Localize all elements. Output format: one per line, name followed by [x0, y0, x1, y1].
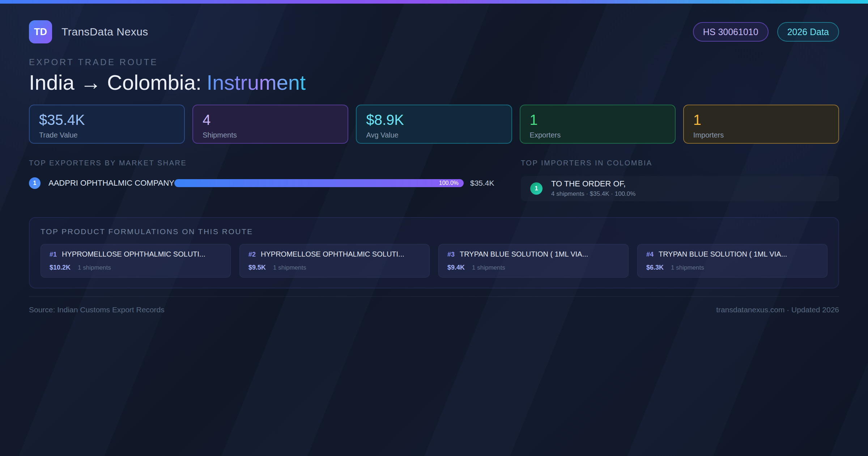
- importer-detail: 4 shipments · $35.4K · 100.0%: [551, 190, 635, 198]
- product-card[interactable]: #4 TRYPAN BLUE SOLUTION ( 1ML VIA... $6.…: [637, 244, 827, 278]
- importers-heading: TOP IMPORTERS IN COLOMBIA: [521, 159, 839, 167]
- product-card[interactable]: #2 HYPROMELLOSE OPHTHALMIC SOLUTI... $9.…: [239, 244, 430, 278]
- product-shipments: 1 shipments: [273, 264, 306, 271]
- product-rank: #2: [248, 251, 256, 258]
- route-eyebrow: EXPORT TRADE ROUTE: [29, 57, 839, 67]
- product-card[interactable]: #3 TRYPAN BLUE SOLUTION ( 1ML VIA... $9.…: [438, 244, 629, 278]
- product-name: HYPROMELLOSE OPHTHALMIC SOLUTI...: [62, 250, 205, 258]
- rank-badge: 1: [29, 177, 41, 189]
- importer-info: TO THE ORDER OF, 4 shipments · $35.4K · …: [551, 179, 635, 198]
- stat-value: 1: [693, 112, 829, 128]
- page-title: India → Colombia:Instrument: [29, 72, 839, 94]
- importer-rows: 1 TO THE ORDER OF, 4 shipments · $35.4K …: [521, 176, 839, 201]
- stat-label: Avg Value: [366, 131, 502, 139]
- stat-value: 1: [530, 112, 665, 128]
- products-grid: #1 HYPROMELLOSE OPHTHALMIC SOLUTI... $10…: [41, 244, 827, 278]
- products-heading: TOP PRODUCT FORMULATIONS ON THIS ROUTE: [41, 227, 827, 236]
- footer: Source: Indian Customs Export Records tr…: [29, 296, 839, 314]
- exporters-heading: TOP EXPORTERS BY MARKET SHARE: [29, 159, 501, 167]
- product-name: HYPROMELLOSE OPHTHALMIC SOLUTI...: [261, 250, 404, 258]
- page-title-route: India → Colombia:: [29, 71, 201, 94]
- stat-value: $8.9K: [366, 112, 502, 128]
- stat-label: Importers: [693, 131, 829, 139]
- stat-label: Shipments: [203, 131, 338, 139]
- header: TD TransData Nexus HS 300610102026 Data: [29, 20, 839, 43]
- product-meta-row: $9.4K 1 shipments: [447, 264, 620, 271]
- footer-site-link[interactable]: transdatanexus.com · Updated 2026: [716, 305, 839, 314]
- exporters-column: TOP EXPORTERS BY MARKET SHARE 1 AADPRI O…: [29, 159, 501, 201]
- product-value: $6.3K: [646, 264, 664, 271]
- product-rank: #1: [50, 251, 57, 258]
- exporter-row[interactable]: 1 AADPRI OPHTHALMIC COMPANY 100.0% $35.4…: [29, 177, 501, 189]
- stat-label: Trade Value: [39, 131, 175, 139]
- app-name: TransData Nexus: [61, 26, 148, 38]
- market-share-bar-fill: 100.0%: [174, 179, 464, 187]
- product-value: $9.4K: [447, 264, 465, 271]
- stat-card: 1 Exporters: [520, 105, 676, 144]
- product-value: $10.2K: [50, 264, 71, 271]
- footer-source: Source: Indian Customs Export Records: [29, 305, 165, 314]
- market-share-bar-track: 100.0%: [174, 179, 464, 187]
- stat-card: $35.4K Trade Value: [29, 105, 185, 144]
- product-rank: #3: [447, 251, 455, 258]
- stat-card: 4 Shipments: [192, 105, 348, 144]
- header-badges: HS 300610102026 Data: [693, 22, 839, 42]
- market-share-percent: 100.0%: [439, 180, 459, 186]
- stat-card: 1 Importers: [683, 105, 839, 144]
- products-panel: TOP PRODUCT FORMULATIONS ON THIS ROUTE #…: [29, 217, 839, 288]
- product-title-row: #1 HYPROMELLOSE OPHTHALMIC SOLUTI...: [50, 250, 222, 258]
- product-card[interactable]: #1 HYPROMELLOSE OPHTHALMIC SOLUTI... $10…: [41, 244, 231, 278]
- product-name: TRYPAN BLUE SOLUTION ( 1ML VIA...: [659, 250, 787, 258]
- exporter-value: $35.4K: [470, 179, 501, 187]
- importer-name: TO THE ORDER OF,: [551, 179, 635, 189]
- rank-badge: 1: [530, 182, 542, 195]
- product-rank: #4: [646, 251, 654, 258]
- brand: TD TransData Nexus: [29, 20, 148, 43]
- product-value: $9.5K: [248, 264, 266, 271]
- product-shipments: 1 shipments: [78, 264, 111, 271]
- dashboard-page: TD TransData Nexus HS 300610102026 Data …: [0, 0, 868, 456]
- exporter-rows: 1 AADPRI OPHTHALMIC COMPANY 100.0% $35.4…: [29, 177, 501, 189]
- product-meta-row: $10.2K 1 shipments: [50, 264, 222, 271]
- lists-section: TOP EXPORTERS BY MARKET SHARE 1 AADPRI O…: [29, 159, 839, 201]
- product-meta-row: $9.5K 1 shipments: [248, 264, 421, 271]
- importers-column: TOP IMPORTERS IN COLOMBIA 1 TO THE ORDER…: [521, 159, 839, 201]
- stat-value: $35.4K: [39, 112, 175, 128]
- product-title-row: #4 TRYPAN BLUE SOLUTION ( 1ML VIA...: [646, 250, 818, 258]
- stat-value: 4: [203, 112, 338, 128]
- exporter-name: AADPRI OPHTHALMIC COMPANY: [48, 178, 174, 188]
- stat-label: Exporters: [530, 131, 665, 139]
- product-shipments: 1 shipments: [472, 264, 505, 271]
- product-shipments: 1 shipments: [671, 264, 704, 271]
- product-title-row: #2 HYPROMELLOSE OPHTHALMIC SOLUTI...: [248, 250, 421, 258]
- importer-card[interactable]: 1 TO THE ORDER OF, 4 shipments · $35.4K …: [521, 176, 839, 201]
- header-badge[interactable]: 2026 Data: [777, 22, 839, 42]
- page-title-product: Instrument: [207, 71, 306, 94]
- product-name: TRYPAN BLUE SOLUTION ( 1ML VIA...: [460, 250, 588, 258]
- app-logo: TD: [29, 20, 52, 43]
- top-accent-bar: [0, 0, 868, 4]
- header-badge[interactable]: HS 30061010: [693, 22, 769, 42]
- product-title-row: #3 TRYPAN BLUE SOLUTION ( 1ML VIA...: [447, 250, 620, 258]
- stats-row: $35.4K Trade Value 4 Shipments $8.9K Avg…: [29, 105, 839, 144]
- stat-card: $8.9K Avg Value: [356, 105, 512, 144]
- product-meta-row: $6.3K 1 shipments: [646, 264, 818, 271]
